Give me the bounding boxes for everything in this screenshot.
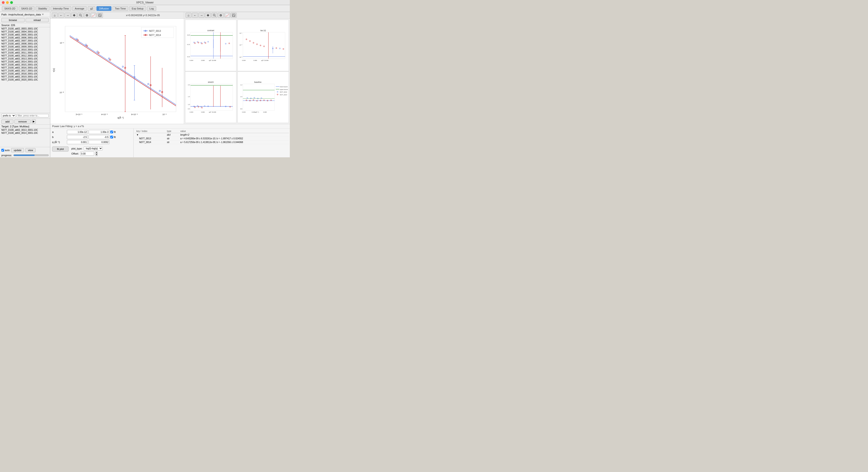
- auto-row: auto update view: [0, 147, 50, 153]
- param-b-fit-label[interactable]: fit: [110, 136, 116, 138]
- settings-icon[interactable]: ⚙: [84, 13, 90, 18]
- svg-rect-11: [65, 26, 176, 112]
- fit-plot-button[interactable]: fit plot: [52, 147, 68, 152]
- param-a-input1[interactable]: [67, 130, 88, 134]
- target-row: Target: 2 [Type: Multitau]: [0, 125, 50, 128]
- list-item[interactable]: N077_D100_att02_0014_0001-10C: [0, 60, 50, 63]
- svg-text:0.008: 0.008: [213, 111, 216, 113]
- file-list[interactable]: N077_D100_att02_0003_0001-10C N077_D100_…: [0, 27, 50, 113]
- tab-saxs2d[interactable]: SAXS-2D: [2, 6, 18, 11]
- offset-input[interactable]: [80, 152, 94, 156]
- offset-up-button[interactable]: ▲: [95, 151, 98, 154]
- list-item[interactable]: N077_D100_att02_0012_0001-10C: [0, 54, 50, 57]
- remove-button[interactable]: remove: [14, 120, 31, 124]
- filter-input[interactable]: [17, 114, 49, 118]
- maximize-button[interactable]: [10, 1, 13, 4]
- tab-saxs1d[interactable]: SAXS-1D: [19, 6, 35, 11]
- save-icon[interactable]: [97, 13, 103, 18]
- right-plots: contrast 0.20 0.15 0.10: [184, 19, 290, 124]
- list-item[interactable]: N077_D100_att02_0005_0001-10C: [0, 33, 50, 36]
- settings-icon-right[interactable]: ⚙: [218, 13, 224, 18]
- filter-type-select[interactable]: prefix is contains: [1, 114, 16, 118]
- selected-item[interactable]: N077_D100_att02_0014_0001-10C: [0, 131, 50, 134]
- param-q-input2[interactable]: [89, 140, 110, 144]
- list-item[interactable]: N077_D100_att02_0015_0001-10C: [0, 63, 50, 66]
- param-b-row: b fit: [52, 135, 131, 139]
- home-icon[interactable]: ⌂: [52, 13, 58, 18]
- list-item[interactable]: N077_D100_att02_0010_0001-10C: [0, 48, 50, 51]
- param-a-fit-checkbox[interactable]: [110, 131, 113, 133]
- main-layout: Path: /mqichu/local_dev/xpcs_data ✕ brow…: [0, 12, 290, 157]
- back-icon[interactable]: ←: [58, 13, 64, 18]
- list-item[interactable]: N077_D100_att02_0011_0001-10C: [0, 51, 50, 54]
- main-plot-svg: τ(s) 10⁻³ 10⁻⁴ q(Å⁻¹) 3×10⁻³ 4×10⁻³ 6×10…: [51, 20, 183, 123]
- forward-icon[interactable]: →: [65, 13, 71, 18]
- offset-down-button[interactable]: ▼: [95, 154, 98, 156]
- line-icon-right[interactable]: 📈: [224, 13, 230, 18]
- param-q-input1[interactable]: [67, 140, 88, 144]
- view-button[interactable]: view: [25, 148, 35, 152]
- progress-bar: [13, 155, 35, 156]
- list-item[interactable]: N077_D100_att02_0004_0001-10C: [0, 30, 50, 33]
- close-button[interactable]: [2, 1, 5, 4]
- pan-icon-right[interactable]: ✥: [205, 13, 211, 18]
- auto-checkbox[interactable]: [1, 149, 4, 152]
- list-item[interactable]: N077_D100_att02_0017_0001-10C: [0, 69, 50, 72]
- cell-type: str: [165, 137, 179, 140]
- tab-intensity-time[interactable]: Intensity-Time: [51, 6, 71, 11]
- forward-icon-right[interactable]: →: [198, 13, 205, 18]
- save-icon-right[interactable]: [231, 13, 237, 18]
- browse-reload-row: browse reload: [0, 17, 50, 23]
- svg-rect-4: [99, 15, 101, 17]
- param-b-fit-checkbox[interactable]: [110, 136, 113, 138]
- tab-log[interactable]: Log: [147, 6, 156, 11]
- path-label: Path:: [1, 13, 7, 16]
- auto-check-label[interactable]: auto: [1, 149, 10, 152]
- tab-stability[interactable]: Stability: [35, 6, 50, 11]
- add-button[interactable]: add: [1, 120, 13, 124]
- param-b-input1[interactable]: [67, 135, 88, 139]
- browse-button[interactable]: browse: [1, 18, 25, 22]
- param-a-input2[interactable]: [89, 130, 110, 134]
- list-item[interactable]: N077_D100_att02_0013_0001-10C: [0, 57, 50, 60]
- top-toolbar: SAXS-2D SAXS-1D Stability Intensity-Time…: [0, 5, 290, 12]
- param-a-fit-label[interactable]: fit: [110, 131, 116, 133]
- path-clear-button[interactable]: ✕: [42, 13, 44, 16]
- list-item[interactable]: N077_D100_att02_0018_0001-10C: [0, 72, 50, 75]
- selected-item[interactable]: N077_D100_att02_0013_0001-10C: [0, 128, 50, 131]
- svg-text:1.2: 1.2: [240, 84, 242, 86]
- list-item[interactable]: N077_D100_att02_0007_0001-10C: [0, 39, 50, 42]
- line-icon[interactable]: 📈: [90, 13, 96, 18]
- list-item[interactable]: N077_D100_att02_0016_0001-10C: [0, 66, 50, 69]
- update-button[interactable]: update: [11, 148, 24, 152]
- tab-exp-setup[interactable]: Exp Setup: [129, 6, 146, 11]
- svg-text:0.006: 0.006: [252, 111, 255, 113]
- list-item[interactable]: N077_D100_att02_0020_0001-10C: [0, 78, 50, 81]
- param-b-input2[interactable]: [89, 135, 110, 139]
- svg-text:0.20: 0.20: [187, 34, 190, 36]
- zoom-icon[interactable]: [78, 13, 84, 18]
- zoom-icon-right[interactable]: [211, 13, 217, 18]
- tab-g2[interactable]: g2: [88, 6, 95, 11]
- cell-key: N077_0013: [134, 137, 165, 140]
- list-item[interactable]: N077_D100_att02_0008_0001-10C: [0, 42, 50, 45]
- svg-text:10⁻¹: 10⁻¹: [240, 32, 242, 34]
- svg-text:0.006: 0.006: [254, 60, 257, 61]
- minimize-button[interactable]: [6, 1, 9, 4]
- plot-type-select[interactable]: log(t)-log(q) linear log-linear: [84, 147, 103, 150]
- list-item[interactable]: N077_D100_att02_0009_0001-10C: [0, 45, 50, 48]
- back-icon-right[interactable]: ←: [192, 13, 198, 18]
- home-icon-right[interactable]: ⌂: [186, 13, 191, 18]
- list-item[interactable]: N077_D100_att02_0019_0001-10C: [0, 75, 50, 78]
- tab-diffusion[interactable]: Diffusion: [96, 6, 112, 11]
- tab-two-time[interactable]: Two Time: [112, 6, 128, 11]
- svg-text:N077_0014: N077_0014: [149, 34, 161, 36]
- titlebar: XPCS_Viewer: [0, 0, 290, 5]
- list-item[interactable]: N077_D100_att02_0006_0001-10C: [0, 36, 50, 39]
- tab-average[interactable]: Average: [72, 6, 87, 11]
- list-item[interactable]: N077_D100_att02_0003_0001-10C: [0, 27, 50, 30]
- reload-button[interactable]: reload: [26, 18, 49, 22]
- pan-icon[interactable]: ✥: [71, 13, 77, 18]
- svg-text:1.0: 1.0: [188, 103, 190, 105]
- arrow-button[interactable]: ▶: [32, 119, 36, 124]
